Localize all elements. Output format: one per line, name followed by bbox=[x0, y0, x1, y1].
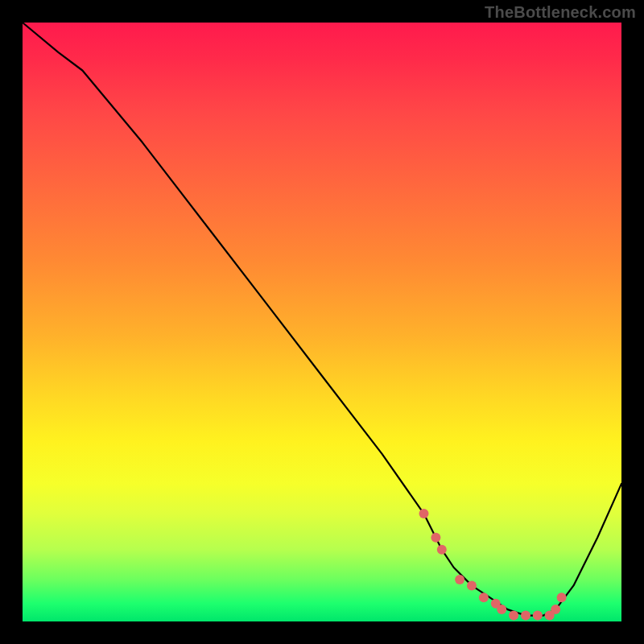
marker-dot bbox=[419, 509, 429, 518]
marker-dot bbox=[467, 580, 477, 590]
curve-layer bbox=[23, 23, 621, 621]
curve-path bbox=[23, 23, 621, 616]
marker-dot bbox=[509, 611, 518, 621]
marker-dot bbox=[557, 592, 567, 602]
marker-dot bbox=[497, 605, 506, 614]
marker-dot bbox=[431, 533, 440, 543]
marker-dots bbox=[419, 509, 567, 621]
marker-dot bbox=[479, 592, 489, 602]
bottleneck-curve bbox=[23, 23, 621, 616]
chart-frame: TheBottleneck.com bbox=[0, 0, 644, 644]
marker-dot bbox=[533, 611, 543, 621]
plot-area bbox=[23, 23, 621, 621]
marker-dot bbox=[551, 605, 560, 614]
watermark-label: TheBottleneck.com bbox=[485, 3, 636, 22]
marker-dot bbox=[455, 575, 464, 584]
marker-dot bbox=[437, 545, 447, 555]
marker-dot bbox=[521, 611, 530, 621]
